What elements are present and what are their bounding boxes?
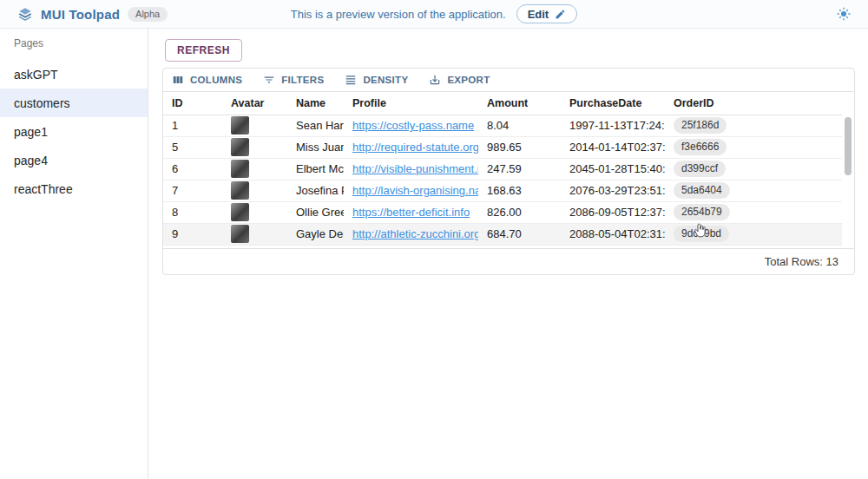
sidebar-item-label: askGPT [14,68,58,82]
pencil-icon [555,9,566,20]
order-id-chip[interactable]: 2654b79 [674,204,730,220]
column-header-avatar[interactable]: Avatar [222,92,287,115]
cell-id: 8 [163,201,222,223]
table-row[interactable]: 1 Sean Harris https://costly-pass.name 8… [163,115,842,136]
profile-link[interactable]: http://visible-punishment.net [352,162,478,175]
column-header-orderid[interactable]: OrderID [665,92,842,115]
cell-profile: http://athletic-zucchini.org [344,223,478,245]
avatar-image [231,181,249,200]
cell-avatar [222,180,287,201]
cell-amount: 247.59 [478,158,561,180]
column-header-amount[interactable]: Amount [478,92,561,115]
cell-id: 1 [163,115,222,136]
sidebar-item-label: page1 [14,125,48,139]
export-icon [429,74,441,86]
edit-button[interactable]: Edit [516,4,578,23]
table-row[interactable]: 7 Josefina P... http://lavish-organising… [163,180,842,201]
cell-id: 6 [163,158,222,180]
vertical-scrollbar-thumb[interactable] [845,117,852,175]
data-grid-footer: Total Rows: 13 [163,248,854,274]
cell-avatar [222,115,287,136]
cell-avatar [222,136,287,158]
columns-icon [172,74,184,86]
cell-order-id: d399ccf [665,158,842,180]
order-id-chip[interactable]: 25f186d [674,117,727,134]
total-rows-label: Total Rows: 13 [765,255,838,268]
cell-profile: http://visible-punishment.net [344,158,478,180]
column-header-profile[interactable]: Profile [344,92,478,115]
table-row[interactable]: 6 Elbert McL... http://visible-punishmen… [163,158,842,180]
table-row[interactable]: 9 Gayle Den... http://athletic-zucchini.… [163,223,842,245]
cell-name: Gayle Den... [287,223,344,245]
sidebar-item[interactable]: page1 [0,117,148,146]
cell-purchase-date: 2088-05-04T02:31:03.294Z [561,223,665,245]
profile-link[interactable]: http://lavish-organising.name [352,184,478,197]
customers-table: ID Avatar Name Profile Amount PurchaseDa… [163,92,842,246]
sidebar-item-label: customers [14,96,70,110]
avatar-image [231,116,249,135]
export-button[interactable]: EXPORT [429,74,490,86]
columns-button[interactable]: COLUMNS [172,74,242,86]
cell-profile: http://lavish-organising.name [344,180,478,201]
filters-button[interactable]: FILTERS [263,74,324,86]
cell-name: Ollie Green... [287,201,344,223]
filter-icon [263,74,275,86]
order-id-chip[interactable]: d399ccf [674,161,726,177]
cell-avatar [222,201,287,223]
sidebar-item-label: reactThree [14,182,73,196]
sidebar-item[interactable]: reactThree [0,174,148,203]
sidebar-item[interactable]: customers [0,89,148,117]
cell-name: Elbert McL... [287,158,344,180]
cell-amount: 826.00 [478,201,561,223]
cell-order-id: 25f186d [665,115,842,136]
avatar-image [231,138,249,156]
alpha-badge: Alpha [128,7,168,22]
columns-button-label: COLUMNS [190,75,242,85]
column-header-id[interactable]: ID [163,92,222,115]
avatar-image [231,225,249,243]
table-header-row: ID Avatar Name Profile Amount PurchaseDa… [163,92,842,115]
order-id-chip[interactable]: 5da6404 [674,182,730,199]
cell-order-id: 2654b79 [665,201,842,223]
density-button-label: DENSITY [363,75,408,85]
cell-avatar [222,223,287,245]
cell-id: 9 [163,223,222,245]
cell-order-id: f3e6666 [665,136,842,158]
edit-button-label: Edit [528,8,549,21]
sidebar-item[interactable]: askGPT [0,60,148,89]
cell-profile: https://costly-pass.name [344,115,478,136]
table-row[interactable]: 8 Ollie Green... https://better-deficit.… [163,201,842,223]
sun-icon [837,7,851,21]
cell-amount: 168.63 [478,180,561,201]
profile-link[interactable]: http://required-statute.org [352,141,478,154]
data-grid-toolbar: COLUMNS FILTERS DENSITY [163,69,854,92]
column-header-name[interactable]: Name [287,92,344,115]
table-body: 1 Sean Harris https://costly-pass.name 8… [163,115,842,245]
app-bar: MUI Toolpad Alpha This is a preview vers… [0,0,868,29]
cell-amount: 989.65 [478,136,561,158]
theme-toggle-button[interactable] [837,7,851,21]
profile-link[interactable]: http://athletic-zucchini.org [352,227,478,240]
cell-amount: 8.04 [478,115,561,136]
cell-purchase-date: 2045-01-28T15:40:06.325Z [561,158,665,180]
profile-link[interactable]: https://costly-pass.name [352,119,474,132]
data-grid: COLUMNS FILTERS DENSITY [162,68,855,275]
density-button[interactable]: DENSITY [345,74,408,86]
mouse-cursor [693,222,707,242]
cell-name: Miss Juan ... [287,136,344,158]
cell-purchase-date: 2086-09-05T12:37:27.015Z [561,201,665,223]
cell-order-id: 5da6404 [665,180,842,201]
column-header-purchasedate[interactable]: PurchaseDate [561,92,665,115]
cell-id: 7 [163,180,222,201]
cell-profile: http://required-statute.org [344,136,478,158]
cell-name: Sean Harris [287,115,344,136]
table-row[interactable]: 5 Miss Juan ... http://required-statute.… [163,136,842,158]
preview-banner-text: This is a preview version of the applica… [291,8,506,21]
profile-link[interactable]: https://better-deficit.info [352,206,470,219]
sidebar-item[interactable]: page4 [0,146,148,174]
cell-name: Josefina P... [287,180,344,201]
order-id-chip[interactable]: f3e6666 [674,139,727,155]
sidebar-item-label: page4 [14,154,48,167]
refresh-button[interactable]: REFRESH [165,39,242,62]
cell-amount: 684.70 [478,223,561,245]
